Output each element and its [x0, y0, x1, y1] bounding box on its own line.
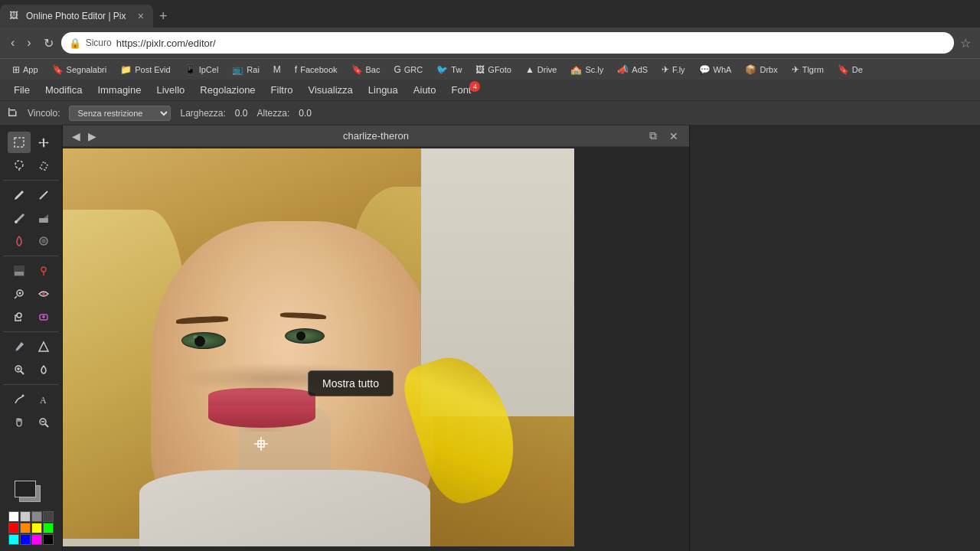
move-tool[interactable]: [32, 132, 55, 153]
bookmark-grc[interactable]: G GRC: [387, 63, 429, 77]
shape-tool[interactable]: [32, 336, 55, 357]
close-doc-button[interactable]: ✕: [665, 128, 683, 144]
color-yellow[interactable]: [31, 523, 42, 533]
next-doc-button[interactable]: ▶: [85, 129, 100, 144]
blur-tool[interactable]: [32, 230, 55, 252]
bookmark-bac-label: Bac: [366, 65, 381, 74]
dropper-tool[interactable]: [8, 336, 31, 357]
menu-bar: File Modifica Immagine Livello Regolazio…: [0, 80, 980, 101]
tab-close-button[interactable]: ×: [138, 10, 144, 22]
wand-tool[interactable]: [8, 283, 31, 305]
eraser-tool[interactable]: [32, 207, 55, 229]
forward-button[interactable]: ›: [22, 33, 35, 53]
height-label: Altezza:: [257, 108, 290, 119]
back-button[interactable]: ‹: [6, 33, 19, 53]
bookmark-tw[interactable]: 🐦 Tw: [430, 63, 468, 77]
prev-doc-button[interactable]: ◀: [69, 129, 83, 144]
zoom-tool[interactable]: [32, 412, 55, 433]
menu-aiuto[interactable]: Aiuto: [406, 81, 444, 99]
bookmark-gfoto[interactable]: 🖼 GFoto: [469, 63, 518, 77]
menu-filtro[interactable]: Filtro: [263, 81, 301, 99]
smudge-tool[interactable]: [8, 389, 31, 410]
address-bar[interactable]: 🔒 Sicuro https://pixlr.com/editor/: [61, 32, 954, 54]
bookmark-fly-label: F.ly: [672, 65, 685, 74]
patch-tool[interactable]: [32, 306, 55, 328]
gfoto-icon: 🖼: [475, 64, 485, 75]
clone-tool[interactable]: [8, 306, 31, 328]
scly-icon: 🏫: [570, 64, 582, 75]
color-red[interactable]: [8, 523, 19, 533]
bookmark-wha[interactable]: 💬 WhA: [693, 63, 738, 77]
tool-row-7: [8, 283, 55, 305]
line-tool[interactable]: [32, 184, 55, 206]
burn-tool[interactable]: [8, 230, 31, 252]
bookmark-segnalabri-label: Segnalabri: [67, 65, 107, 74]
bookmark-de[interactable]: 🔖 De: [831, 63, 869, 77]
svg-rect-13: [15, 272, 24, 276]
color-white[interactable]: [8, 511, 19, 522]
restore-doc-button[interactable]: ⧉: [645, 128, 662, 144]
pencil-tool[interactable]: [8, 184, 31, 206]
new-tab-button[interactable]: +: [153, 8, 174, 24]
menu-font[interactable]: Font4: [443, 81, 489, 99]
eye-tool[interactable]: [32, 283, 55, 305]
color-darkgray[interactable]: [43, 511, 54, 522]
canvas-wrapper[interactable]: Mostra tutto: [63, 147, 689, 551]
bookmark-fly[interactable]: ✈ F.ly: [655, 63, 691, 77]
marquee-lasso-tool[interactable]: [8, 155, 31, 176]
photo-background: Mostra tutto: [63, 148, 574, 546]
bookmark-rai[interactable]: 📺 Rai: [226, 63, 266, 77]
hand-tool[interactable]: [8, 412, 31, 433]
menu-livello[interactable]: Livello: [149, 81, 192, 99]
whatsapp-icon: 💬: [699, 64, 710, 75]
height-value: 0.0: [299, 108, 312, 119]
pin-tool[interactable]: [32, 260, 55, 282]
heal-tool[interactable]: [32, 359, 55, 380]
color-blue[interactable]: [20, 534, 31, 545]
color-orange[interactable]: [20, 523, 31, 533]
bookmark-ipcell[interactable]: 📱 IpCel: [178, 63, 225, 77]
svg-line-18: [15, 296, 17, 298]
menu-visualizza[interactable]: Visualizza: [300, 81, 360, 99]
twitter-icon: 🐦: [436, 64, 448, 75]
color-cyan[interactable]: [8, 534, 19, 545]
bookmark-tlgrm[interactable]: ✈ Tlgrm: [786, 63, 830, 77]
refresh-button[interactable]: ↻: [39, 33, 58, 54]
bookmark-star-button[interactable]: ☆: [957, 33, 974, 54]
bookmark-facebook[interactable]: f Facebook: [289, 63, 344, 77]
bookmark-ads[interactable]: 📣 AdS: [611, 63, 654, 77]
active-tab[interactable]: 🖼 Online Photo Editor | Pix ×: [0, 5, 153, 28]
phone-icon: 📱: [185, 64, 196, 75]
bookmark-app[interactable]: ⊞ App: [6, 63, 44, 77]
color-green[interactable]: [43, 523, 54, 533]
color-lightgray[interactable]: [20, 511, 31, 522]
foreground-color-swatch[interactable]: [15, 481, 36, 497]
bookmark-m[interactable]: M: [267, 63, 287, 77]
canvas-image[interactable]: Mostra tutto: [63, 148, 574, 546]
menu-modifica[interactable]: Modifica: [38, 81, 90, 99]
bookmark-ipcell-label: IpCel: [199, 65, 219, 74]
menu-lingua[interactable]: Lingua: [361, 81, 406, 99]
bookmark-bac[interactable]: 🔖 Bac: [345, 63, 387, 77]
brush-tool[interactable]: [8, 207, 31, 229]
lasso-tool[interactable]: [32, 155, 55, 176]
tool-row-6: [8, 260, 55, 282]
bookmark-drive[interactable]: ▲ Drive: [519, 63, 564, 77]
text-tool[interactable]: A: [32, 389, 55, 410]
bookmark-drbx[interactable]: 📦 Drbx: [739, 63, 783, 77]
bookmark-scly[interactable]: 🏫 Sc.ly: [564, 63, 609, 77]
fill-tool[interactable]: [8, 260, 31, 282]
color-midgray[interactable]: [31, 511, 42, 522]
bookmark-segnalabri[interactable]: 🔖 Segnalabri: [46, 63, 113, 77]
constraint-select[interactable]: Senza restrizione: [69, 106, 171, 121]
color-black[interactable]: [43, 534, 54, 545]
dropbox-icon: 📦: [745, 64, 756, 75]
menu-file[interactable]: File: [6, 81, 38, 99]
menu-regolazione[interactable]: Regolazione: [192, 81, 263, 99]
zoom-in-tool[interactable]: [8, 359, 31, 380]
bookmark-post[interactable]: 📁 Post Evid: [114, 63, 176, 77]
tool-row-12: [8, 412, 55, 433]
color-magenta[interactable]: [31, 534, 42, 545]
menu-immagine[interactable]: Immagine: [90, 81, 149, 99]
marquee-rect-tool[interactable]: [8, 132, 31, 153]
